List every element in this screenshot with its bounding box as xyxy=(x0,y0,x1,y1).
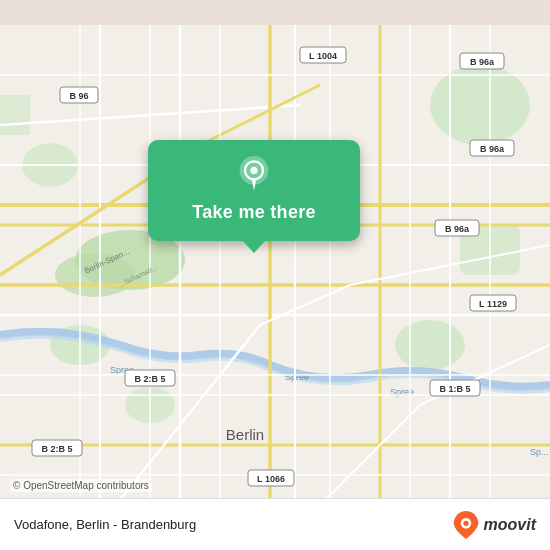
bottom-bar: Vodafone, Berlin - Brandenburg moovit xyxy=(0,498,550,550)
take-me-there-popup[interactable]: Take me there xyxy=(148,140,360,241)
svg-point-71 xyxy=(463,520,468,525)
svg-rect-7 xyxy=(0,95,30,135)
svg-text:Spree: Spree xyxy=(285,372,309,382)
map-container: Spree Spree Spree xyxy=(0,0,550,550)
svg-text:L 1066: L 1066 xyxy=(257,474,285,484)
svg-text:Sp...: Sp... xyxy=(530,447,549,457)
location-pin-icon xyxy=(236,156,272,192)
svg-point-69 xyxy=(250,167,257,174)
svg-text:B 96: B 96 xyxy=(69,91,88,101)
moovit-wordmark: moovit xyxy=(484,516,536,534)
svg-point-9 xyxy=(55,253,135,297)
svg-text:Berlin: Berlin xyxy=(226,426,264,443)
svg-text:B 2:B 5: B 2:B 5 xyxy=(41,444,72,454)
svg-text:B 1:B 5: B 1:B 5 xyxy=(439,384,470,394)
svg-text:L 1004: L 1004 xyxy=(309,51,337,61)
svg-text:B 96a: B 96a xyxy=(445,224,470,234)
svg-point-1 xyxy=(430,65,530,145)
svg-text:B 96a: B 96a xyxy=(480,144,505,154)
location-text: Vodafone, Berlin - Brandenburg xyxy=(14,517,196,532)
svg-point-2 xyxy=(395,320,465,370)
svg-text:L 1129: L 1129 xyxy=(479,299,507,309)
svg-text:B 96a: B 96a xyxy=(470,57,495,67)
svg-text:B 2:B 5: B 2:B 5 xyxy=(134,374,165,384)
popup-label: Take me there xyxy=(192,202,316,223)
moovit-pin-icon xyxy=(452,511,480,539)
map-background: Spree Spree Spree xyxy=(0,0,550,550)
moovit-logo[interactable]: moovit xyxy=(452,511,536,539)
map-attribution: © OpenStreetMap contributors xyxy=(10,479,152,492)
